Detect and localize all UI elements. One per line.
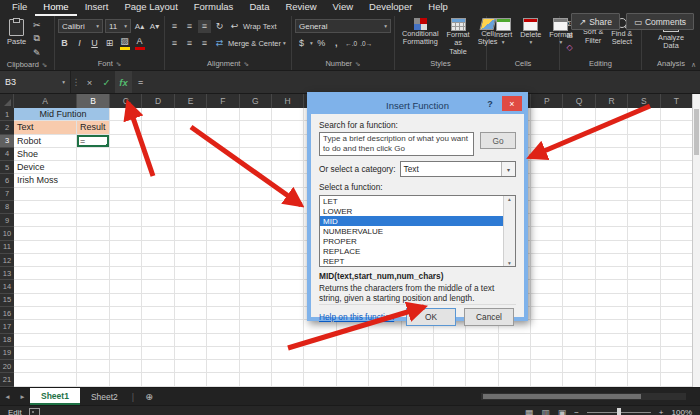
cell-q8[interactable] [563,201,595,214]
cell-c19[interactable] [110,347,142,360]
cell-f5[interactable] [207,161,239,174]
delete-cells-button[interactable]: Delete ▾ [516,18,545,46]
column-header-p[interactable]: P [531,94,563,108]
paste-button[interactable]: Paste [3,18,30,46]
cell-p11[interactable] [531,241,563,254]
cell-q12[interactable] [563,254,595,267]
cell-b3[interactable]: = [77,135,110,148]
cell-s2[interactable] [628,121,660,134]
tab-help[interactable]: Help [420,0,456,16]
cell-a13[interactable] [14,267,77,280]
italic-icon[interactable]: I [73,37,86,50]
cell-j18[interactable] [337,334,369,347]
row-header-16[interactable]: 16 [0,307,14,320]
cell-a4[interactable]: Shoe [14,148,77,161]
new-sheet-button[interactable]: ⊕ [137,388,161,405]
cell-b5[interactable] [77,161,110,174]
cell-p18[interactable] [531,334,563,347]
cell-s12[interactable] [628,254,660,267]
cell-c20[interactable] [110,360,142,373]
cell-q19[interactable] [563,347,595,360]
cell-e8[interactable] [175,201,207,214]
cell-t1[interactable] [661,108,693,121]
cell-h3[interactable] [272,135,304,148]
cancel-entry-button[interactable]: × [81,71,98,93]
cell-f15[interactable] [207,294,239,307]
merge-center-label[interactable]: Merge & Center [228,39,281,48]
cell-h1[interactable] [272,108,304,121]
format-as-table-button[interactable]: Format as Table [443,18,474,56]
borders-icon[interactable]: ⊞ [103,37,116,50]
cell-h6[interactable] [272,174,304,187]
cell-b15[interactable] [77,294,110,307]
cell-c4[interactable] [110,148,142,161]
cell-s14[interactable] [628,280,660,293]
cell-d10[interactable] [142,227,174,240]
cell-c7[interactable] [110,188,142,201]
dialog-title-bar[interactable]: Insert Function ? × [311,96,524,114]
cell-q18[interactable] [563,334,595,347]
cell-n21[interactable] [466,373,498,386]
cell-p13[interactable] [531,267,563,280]
cell-d21[interactable] [142,373,174,386]
cell-p19[interactable] [531,347,563,360]
cell-f17[interactable] [207,320,239,333]
cell-t19[interactable] [661,347,693,360]
cell-b9[interactable] [77,214,110,227]
row-header-21[interactable]: 21 [0,373,14,386]
cell-c8[interactable] [110,201,142,214]
row-header-20[interactable]: 20 [0,360,14,373]
cell-r7[interactable] [596,188,628,201]
tab-formulas[interactable]: Formulas [186,0,242,16]
cell-j21[interactable] [337,373,369,386]
format-painter-icon[interactable]: ✎ [30,46,43,59]
cell-a6[interactable]: Irish Moss [14,174,77,187]
cell-r16[interactable] [596,307,628,320]
cell-d5[interactable] [142,161,174,174]
cell-s10[interactable] [628,227,660,240]
cell-p12[interactable] [531,254,563,267]
cell-h19[interactable] [272,347,304,360]
cell-q20[interactable] [563,360,595,373]
cell-c6[interactable] [110,174,142,187]
cell-e3[interactable] [175,135,207,148]
cell-e12[interactable] [175,254,207,267]
cell-e2[interactable] [175,121,207,134]
row-header-12[interactable]: 12 [0,254,14,267]
cell-f12[interactable] [207,254,239,267]
cell-q9[interactable] [563,214,595,227]
column-header-f[interactable]: F [207,94,239,108]
cell-e6[interactable] [175,174,207,187]
cell-h16[interactable] [272,307,304,320]
sheet-tab-sheet2[interactable]: Sheet2 [80,388,129,405]
bold-icon[interactable]: B [58,37,71,50]
cell-r8[interactable] [596,201,628,214]
cell-r21[interactable] [596,373,628,386]
align-right-icon[interactable]: ≡ [198,37,211,50]
cell-c9[interactable] [110,214,142,227]
cell-h11[interactable] [272,241,304,254]
cell-t7[interactable] [661,188,693,201]
cell-b14[interactable] [77,280,110,293]
cell-s9[interactable] [628,214,660,227]
cell-s13[interactable] [628,267,660,280]
cell-l18[interactable] [402,334,434,347]
horizontal-scrollbar[interactable] [481,393,686,400]
cell-e17[interactable] [175,320,207,333]
row-header-6[interactable]: 6 [0,174,14,187]
column-header-s[interactable]: S [628,94,660,108]
cell-r18[interactable] [596,334,628,347]
cell-g21[interactable] [240,373,272,386]
cell-r20[interactable] [596,360,628,373]
cell-h4[interactable] [272,148,304,161]
function-item-lower[interactable]: LOWER [320,206,515,216]
cell-g8[interactable] [240,201,272,214]
formula-input[interactable]: = [132,71,700,93]
zoom-slider-thumb[interactable] [617,408,621,415]
cell-b6[interactable] [77,174,110,187]
cell-b7[interactable] [77,188,110,201]
cell-g15[interactable] [240,294,272,307]
cell-c3[interactable] [110,135,142,148]
cell-c14[interactable] [110,280,142,293]
cell-a5[interactable]: Device [14,161,77,174]
